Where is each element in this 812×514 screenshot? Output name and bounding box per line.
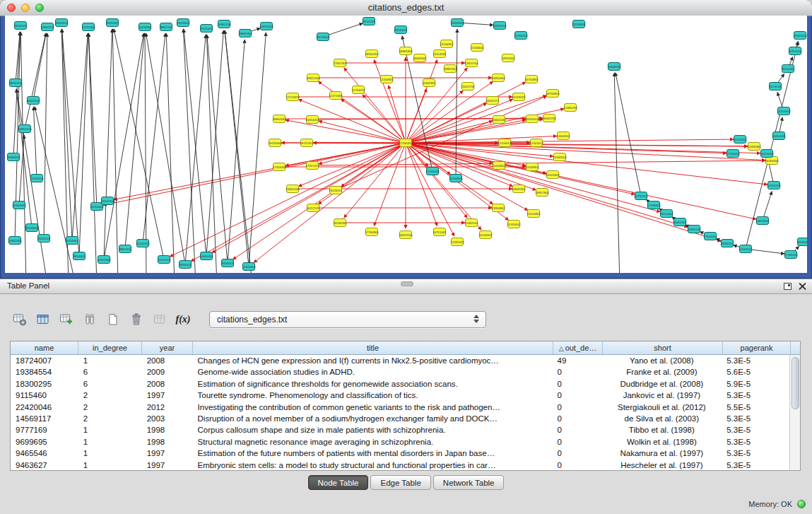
graph-node[interactable]: 9125403	[201, 25, 213, 33]
graph-edge[interactable]	[103, 143, 406, 205]
graph-node[interactable]: 9505015	[38, 235, 50, 243]
graph-edge[interactable]	[616, 73, 641, 196]
table-row[interactable]: 1938455462009Genome-wide association stu…	[11, 366, 789, 378]
graph-node[interactable]: 19126551	[329, 187, 343, 194]
graph-node[interactable]: 16815244	[306, 74, 320, 82]
graph-edge[interactable]	[406, 139, 734, 143]
graph-edge[interactable]	[88, 33, 97, 273]
graph-node[interactable]: 16883306	[399, 47, 413, 55]
graph-node[interactable]: 9274134	[770, 83, 782, 90]
graph-edge[interactable]	[114, 29, 164, 259]
graph-node[interactable]: 11154392	[433, 50, 447, 58]
graph-node[interactable]: 16751441	[433, 228, 447, 236]
graph-node[interactable]: 16059302	[546, 171, 560, 179]
new-table-icon[interactable]	[105, 311, 122, 328]
graph-node[interactable]: 17740103	[784, 251, 798, 259]
graph-node[interactable]: 19734903	[546, 90, 560, 98]
graph-edge[interactable]	[406, 143, 528, 211]
delete-table-icon[interactable]	[128, 311, 145, 328]
graph-node[interactable]: 19152504	[100, 197, 114, 205]
column-visibility-icon[interactable]	[35, 311, 52, 328]
graph-node[interactable]: 12106113	[498, 139, 512, 147]
graph-node[interactable]: 17103054	[726, 150, 740, 158]
graph-edge[interactable]	[228, 40, 245, 263]
graph-node[interactable]: 9552435	[782, 65, 794, 73]
graph-edge[interactable]	[406, 143, 481, 230]
graph-node[interactable]: 12161612	[529, 139, 543, 147]
graph-node[interactable]: 10234961	[138, 23, 152, 31]
graph-node[interactable]: 10238402	[65, 237, 79, 245]
table-row[interactable]: 2242004622012Investigating the contribut…	[11, 402, 789, 413]
graph-node[interactable]: 15482105	[464, 219, 478, 227]
tab-network-table[interactable]: Network Table	[433, 475, 505, 490]
graph-edge[interactable]	[307, 143, 748, 146]
graph-node[interactable]: 11242552	[158, 256, 171, 264]
graph-node[interactable]: 10365254	[217, 21, 231, 28]
graph-node[interactable]: 15144605	[449, 175, 463, 182]
graph-edge[interactable]	[206, 35, 217, 273]
graph-edge[interactable]	[112, 29, 118, 273]
graph-edge[interactable]	[341, 99, 406, 143]
table-settings-icon[interactable]	[11, 311, 28, 328]
graph-edge[interactable]	[61, 29, 72, 240]
graph-node[interactable]: 9862105	[160, 23, 172, 31]
graph-node[interactable]: 18645103	[687, 226, 701, 233]
graph-node[interactable]: 10660354	[199, 252, 213, 260]
graph-edge[interactable]	[166, 33, 175, 273]
graph-node[interactable]: 9654302	[73, 252, 86, 260]
graph-node[interactable]: 17794603	[647, 201, 661, 209]
network-canvas[interactable]: 1724040216919534177649051823628216217123…	[5, 16, 807, 273]
graph-node[interactable]: 13954802	[491, 204, 505, 212]
graph-node[interactable]: 9245012	[722, 240, 734, 247]
row-tools-icon[interactable]	[81, 311, 98, 328]
float-panel-icon[interactable]	[784, 283, 792, 290]
column-header-in_degree[interactable]: in_degree	[78, 341, 142, 354]
graph-node[interactable]: 15958384	[747, 143, 761, 151]
graph-node[interactable]: 16759537	[512, 93, 526, 101]
panel-resize-grip[interactable]	[401, 281, 413, 286]
graph-node[interactable]: 10543021	[739, 245, 753, 253]
graph-node[interactable]: 11823405	[756, 217, 770, 225]
graph-node[interactable]: 9343302	[56, 19, 68, 27]
create-column-icon[interactable]	[58, 311, 75, 328]
graph-node[interactable]: 18933404	[450, 19, 464, 27]
table-row[interactable]: 911546021997Tourette syndrome. Phenomeno…	[11, 390, 789, 401]
graph-node[interactable]: 8313104	[395, 26, 407, 34]
graph-node[interactable]: 17274978	[286, 93, 300, 101]
graph-node[interactable]: 18514402	[659, 210, 673, 218]
graph-node[interactable]: 18560252	[365, 50, 379, 58]
graph-node[interactable]: 12144912	[440, 40, 454, 48]
graph-node[interactable]: 16143022	[478, 231, 493, 239]
graph-node[interactable]: 16963702	[493, 22, 507, 30]
graph-node[interactable]: 21294203	[514, 32, 528, 40]
function-builder-button[interactable]: f(x)	[175, 311, 192, 328]
graph-node[interactable]: 9557235	[363, 18, 375, 25]
window-titlebar[interactable]: citations_edges.txt	[0, 0, 812, 16]
graph-node[interactable]: 10653102	[26, 97, 40, 105]
graph-node[interactable]: 16919534	[399, 231, 413, 239]
graph-edge[interactable]	[72, 33, 88, 240]
graph-node[interactable]: 16217123	[306, 204, 320, 212]
graph-node[interactable]: 14253044	[760, 150, 774, 158]
graph-node[interactable]: 9436305	[8, 153, 20, 161]
graph-node[interactable]: 16052303	[673, 218, 687, 226]
graph-node[interactable]: 15056602	[492, 162, 506, 170]
graph-node[interactable]: 16792912	[634, 192, 648, 200]
column-header-short[interactable]: short	[603, 341, 723, 354]
graph-node[interactable]: 10755603	[81, 23, 95, 31]
graph-edge[interactable]	[104, 29, 112, 259]
graph-node[interactable]: 12204925	[379, 76, 394, 83]
graph-node[interactable]: 12272083	[329, 92, 343, 100]
graph-edge[interactable]	[207, 35, 228, 263]
graph-node[interactable]: 16284434	[765, 157, 779, 165]
graph-edge[interactable]	[319, 121, 406, 143]
table-row[interactable]: 946362711997Embryonic stem cells: a mode…	[11, 460, 789, 471]
column-header-title[interactable]: title	[193, 341, 553, 354]
graph-node[interactable]: 12610754	[464, 59, 478, 67]
graph-edge[interactable]	[763, 192, 772, 221]
graph-node[interactable]: 16649341	[413, 54, 427, 62]
graph-edge[interactable]	[33, 33, 46, 100]
close-panel-icon[interactable]	[799, 282, 806, 290]
graph-node[interactable]: 10633602	[176, 19, 190, 27]
graph-node[interactable]: 15632851	[422, 79, 436, 87]
